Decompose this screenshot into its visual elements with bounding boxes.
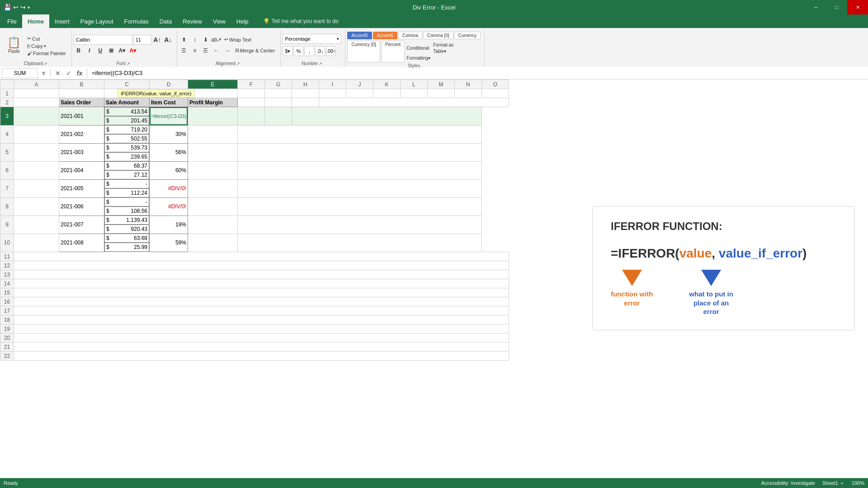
cell-G7[interactable] [237, 179, 481, 197]
cell-A1[interactable] [14, 89, 59, 98]
cell-G5[interactable] [237, 143, 481, 161]
font-color-button[interactable]: A▾ [128, 46, 138, 56]
cell-F8[interactable] [188, 197, 237, 216]
accent5-style-btn[interactable]: Accent5 [347, 32, 372, 39]
title-bar-icons[interactable]: 💾 ↩ ↪ ▾ [4, 4, 30, 11]
conditional-formatting-btn[interactable]: ConditionalFormatting▾ [406, 41, 431, 62]
cell-C8[interactable]: $- [104, 197, 149, 206]
percent-style-btn[interactable]: % [293, 46, 303, 56]
cell-G6[interactable] [237, 161, 481, 179]
cell-D4[interactable]: $502.55 [104, 134, 149, 143]
cell-I2[interactable] [319, 98, 509, 107]
col-header-D[interactable]: D [150, 80, 188, 89]
col-header-N[interactable]: N [454, 80, 481, 89]
increase-font-btn[interactable]: A↑ [152, 35, 162, 45]
cell-F10[interactable] [188, 234, 237, 252]
redo-icon[interactable]: ↪ [20, 4, 26, 11]
cell-F6[interactable] [188, 161, 237, 179]
font-size-selector[interactable] [133, 35, 151, 45]
cell-B5[interactable]: 2021-003 [59, 143, 104, 161]
cell-O1[interactable] [481, 89, 509, 98]
underline-button[interactable]: U [95, 46, 105, 56]
cell-G4[interactable] [237, 125, 481, 143]
cell-F9[interactable] [188, 216, 237, 234]
window-controls[interactable]: ─ □ ✕ [806, 0, 868, 14]
cell-H3[interactable] [264, 107, 292, 126]
name-box[interactable]: SUM [2, 68, 38, 78]
name-box-dropdown[interactable]: ▾ [40, 68, 47, 78]
cell-G10[interactable] [237, 234, 481, 252]
cell-F7[interactable] [188, 179, 237, 197]
cell-D7[interactable]: $112.24 [104, 188, 149, 197]
cell-A5[interactable] [14, 143, 59, 161]
cell-N1[interactable] [454, 89, 481, 98]
col-header-E[interactable]: E [188, 80, 237, 89]
tab-review[interactable]: Review [177, 14, 208, 28]
cell-B2[interactable]: Sales Order [59, 98, 104, 107]
cell-E1[interactable] [188, 89, 237, 98]
cell-C9[interactable]: $1,139.43 [104, 216, 149, 225]
cell-D5[interactable]: $239.65 [104, 152, 149, 161]
maximize-btn[interactable]: □ [826, 0, 847, 14]
cell-G8[interactable] [237, 197, 481, 216]
copy-button[interactable]: ⎘ Copy ▾ [25, 43, 68, 49]
decrease-decimal-btn[interactable]: .0↓ [315, 46, 325, 56]
close-btn[interactable]: ✕ [847, 0, 868, 14]
number-expand-icon[interactable]: ↗ [319, 61, 322, 66]
cell-G1[interactable] [264, 89, 292, 98]
cell-E2[interactable]: Profit Margin [188, 98, 237, 107]
middle-align-btn[interactable]: ↕ [190, 35, 200, 45]
tab-home[interactable]: Home [22, 14, 49, 28]
cut-button[interactable]: ✂ Cut [25, 35, 68, 42]
col-header-I[interactable]: I [319, 80, 346, 89]
tab-help[interactable]: Help [231, 14, 254, 28]
accent6-style-btn[interactable]: Accent6 [373, 32, 397, 39]
col-header-H[interactable]: H [292, 80, 319, 89]
wrap-text-button[interactable]: ↵ Wrap Text [222, 36, 253, 43]
cell-F2[interactable] [237, 98, 264, 107]
cell-L1[interactable] [400, 89, 427, 98]
cell-E5[interactable]: 56% [150, 143, 188, 161]
cell-D10[interactable]: $25.99 [104, 243, 149, 252]
increase-decimal-btn[interactable]: .00↑ [326, 46, 336, 56]
bottom-align-btn[interactable]: ⬇ [201, 35, 211, 45]
cell-A7[interactable] [14, 179, 59, 197]
border-button[interactable]: ⊞ [106, 46, 116, 56]
customize-icon[interactable]: ▾ [28, 5, 30, 10]
comma-style-btn[interactable]: Comma [398, 32, 422, 39]
top-align-btn[interactable]: ⬆ [179, 35, 189, 45]
merge-center-button[interactable]: ⊟ Merge & Center [233, 47, 277, 54]
cell-D6[interactable]: $27.12 [104, 170, 149, 179]
cell-I1[interactable] [319, 89, 346, 98]
format-painter-button[interactable]: 🖌 Format Painter [25, 50, 68, 56]
cell-D9[interactable]: $920.43 [104, 225, 149, 234]
col-header-A[interactable]: A [14, 80, 59, 89]
accounting-format-btn[interactable]: $▾ [283, 46, 292, 56]
comma-style-btn[interactable]: , [304, 46, 314, 56]
alignment-expand-icon[interactable]: ↗ [236, 61, 240, 66]
cell-B3[interactable]: 2021-001 [59, 107, 104, 126]
save-icon[interactable]: 💾 [4, 4, 11, 11]
cell-C6[interactable]: $68.37 [104, 161, 149, 170]
comma0-style-btn[interactable]: Comma [0] [423, 32, 453, 39]
format-as-table-btn[interactable]: Format asTable▾ [432, 41, 454, 62]
currency2-style-btn[interactable]: Currency [0] [347, 41, 380, 62]
cell-C3-dollar[interactable]: $413.54 [104, 107, 149, 116]
tab-file[interactable]: File [2, 14, 22, 28]
cell-E8[interactable]: #DIV/0! [150, 197, 188, 216]
cell-E10[interactable]: 59% [150, 234, 188, 252]
italic-button[interactable]: I [85, 46, 94, 56]
col-header-M[interactable]: M [427, 80, 454, 89]
number-format-selector[interactable]: Percentage ▾ [283, 34, 341, 44]
cancel-formula-btn[interactable]: ✕ [53, 69, 62, 78]
percent-style-btn2[interactable]: Percent [381, 41, 405, 62]
font-expand-icon[interactable]: ↗ [127, 61, 130, 66]
fill-color-button[interactable]: A▾ [117, 46, 127, 56]
cell-C5[interactable]: $539.73 [104, 143, 149, 152]
cell-A2[interactable] [14, 98, 59, 107]
col-header-O[interactable]: O [481, 80, 509, 89]
tab-data[interactable]: Data [154, 14, 177, 28]
center-align-btn[interactable]: ≡ [190, 46, 200, 56]
bold-button[interactable]: B [74, 46, 84, 56]
cell-E4[interactable]: 30% [150, 125, 188, 143]
